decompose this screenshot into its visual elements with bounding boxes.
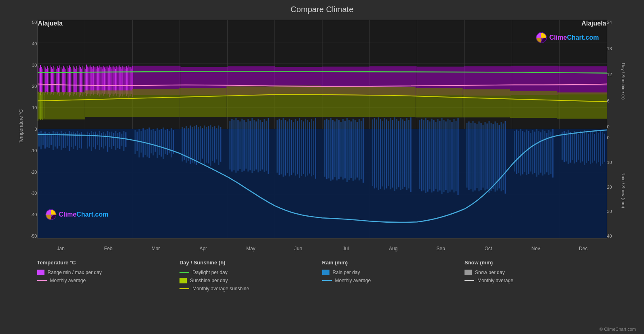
svg-rect-208 [476, 124, 477, 188]
svg-rect-151 [340, 122, 341, 177]
x-month-feb: Feb [84, 246, 132, 251]
svg-rect-106 [235, 118, 236, 173]
svg-rect-72 [152, 129, 154, 155]
svg-rect-100 [216, 128, 217, 160]
svg-rect-131 [293, 122, 294, 173]
x-month-aug: Aug [370, 246, 417, 251]
svg-rect-362 [368, 87, 415, 117]
svg-rect-156 [350, 121, 351, 178]
svg-rect-286 [63, 66, 63, 96]
svg-rect-178 [402, 119, 403, 189]
svg-rect-240 [548, 130, 549, 175]
logo-text-bottom: ClimeChart.com [59, 211, 109, 218]
svg-rect-168 [382, 121, 383, 186]
logo-text-top: ClimeChart.com [549, 34, 599, 41]
svg-rect-189 [431, 119, 432, 192]
svg-rect-174 [394, 117, 395, 191]
sunshine-swatch [179, 278, 187, 283]
svg-rect-155 [348, 120, 349, 180]
svg-rect-278 [53, 66, 54, 95]
svg-rect-169 [384, 118, 385, 189]
svg-rect-323 [94, 68, 95, 94]
svg-rect-125 [281, 120, 282, 174]
svg-rect-186 [425, 118, 426, 193]
svg-rect-210 [480, 123, 481, 190]
svg-rect-90 [196, 125, 197, 165]
svg-rect-254 [584, 130, 585, 165]
svg-rect-271 [44, 68, 45, 93]
svg-rect-46 [93, 132, 94, 147]
svg-rect-295 [74, 68, 74, 94]
svg-rect-112 [247, 119, 249, 172]
svg-rect-50 [101, 133, 102, 147]
svg-rect-250 [576, 132, 577, 162]
svg-rect-140 [311, 119, 312, 176]
location-right: Alajuela [581, 20, 606, 27]
svg-rect-99 [214, 126, 215, 163]
svg-rect-167 [380, 119, 381, 189]
svg-rect-230 [528, 131, 529, 174]
svg-rect-222 [505, 121, 506, 194]
svg-rect-206 [472, 121, 473, 191]
svg-rect-353 [131, 69, 131, 94]
copyright: © ClimeChart.com [600, 327, 636, 332]
svg-rect-196 [445, 121, 446, 190]
svg-rect-360 [274, 85, 321, 117]
svg-rect-77 [163, 128, 164, 159]
svg-rect-63 [134, 130, 135, 154]
svg-rect-192 [437, 119, 438, 191]
svg-rect-209 [478, 121, 479, 191]
svg-rect-179 [404, 121, 405, 187]
svg-rect-237 [542, 130, 543, 176]
svg-rect-163 [372, 119, 373, 186]
svg-rect-282 [58, 68, 59, 93]
svg-rect-252 [580, 131, 581, 163]
svg-rect-356 [84, 90, 132, 117]
svg-rect-361 [321, 86, 368, 117]
svg-rect-94 [204, 126, 205, 164]
svg-rect-211 [482, 125, 484, 187]
x-month-nov: Nov [512, 246, 560, 251]
svg-rect-93 [202, 128, 203, 159]
main-title: Compare Climate [291, 5, 354, 14]
svg-rect-261 [598, 133, 599, 162]
svg-rect-142 [315, 118, 316, 179]
svg-rect-202 [457, 118, 458, 195]
svg-rect-292 [70, 67, 71, 95]
svg-rect-32 [60, 131, 61, 150]
svg-rect-51 [103, 132, 104, 149]
legend-area: Temperature °C Range min / max per day M… [13, 256, 631, 295]
snow-avg-line [465, 280, 474, 281]
svg-rect-273 [47, 66, 48, 95]
svg-rect-104 [231, 119, 232, 172]
svg-rect-368 [38, 93, 39, 119]
svg-rect-220 [500, 122, 502, 191]
svg-rect-136 [303, 121, 304, 174]
svg-rect-340 [115, 69, 116, 93]
svg-rect-221 [503, 123, 504, 190]
svg-rect-109 [241, 119, 243, 172]
svg-rect-97 [210, 125, 211, 166]
svg-rect-314 [511, 66, 558, 95]
svg-rect-145 [328, 120, 329, 178]
svg-rect-359 [226, 86, 274, 117]
legend-rain-avg: Monthly average [322, 278, 465, 283]
svg-rect-59 [119, 132, 120, 149]
svg-rect-197 [447, 119, 448, 193]
svg-rect-355 [38, 92, 85, 119]
x-month-sep: Sep [417, 246, 465, 251]
legend-sunshine-avg: Monthly average sunshine [179, 286, 322, 291]
svg-rect-137 [305, 119, 306, 177]
svg-rect-129 [289, 119, 290, 176]
svg-rect-132 [295, 119, 296, 175]
x-month-apr: Apr [179, 246, 227, 251]
svg-rect-42 [80, 132, 82, 149]
x-month-oct: Oct [465, 246, 512, 251]
svg-rect-166 [378, 117, 379, 190]
legend-snow-day: Snow per day [465, 270, 607, 275]
svg-rect-300 [80, 67, 80, 96]
svg-rect-57 [115, 131, 116, 150]
svg-rect-111 [245, 122, 247, 169]
svg-rect-372 [43, 94, 44, 118]
legend-snow-title: Snow (mm) [465, 260, 607, 266]
